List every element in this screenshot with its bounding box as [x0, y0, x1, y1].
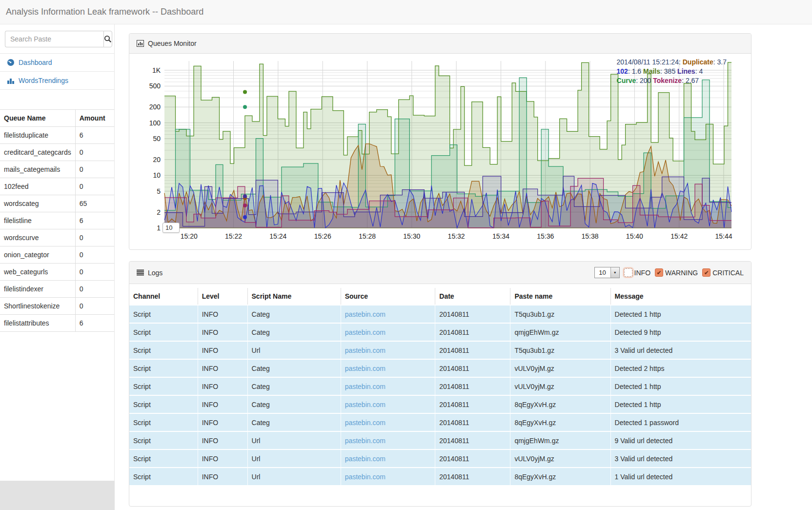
svg-text:15:34: 15:34 — [492, 232, 509, 240]
logs-column-header: Source — [341, 288, 435, 305]
svg-text:500: 500 — [149, 82, 161, 90]
source-link[interactable]: pastebin.com — [345, 419, 386, 427]
queue-name: 102feed — [0, 178, 75, 195]
svg-text:20: 20 — [153, 156, 161, 163]
search-group — [5, 31, 109, 47]
dashboard-icon — [7, 59, 15, 66]
logs-column-header: Script Name — [247, 288, 341, 305]
source-link[interactable]: pastebin.com — [345, 383, 386, 390]
svg-text:15:38: 15:38 — [582, 232, 599, 240]
log-cell: Url — [247, 468, 341, 485]
log-cell-source: pastebin.com — [341, 468, 435, 485]
log-cell: Categ — [247, 413, 341, 431]
log-cell: INFO — [198, 377, 247, 395]
queue-name: filelistduplicate — [0, 127, 75, 144]
log-cell: Categ — [247, 377, 341, 395]
log-cell: INFO — [198, 341, 247, 359]
log-cell: INFO — [198, 413, 247, 431]
search-button[interactable] — [103, 31, 112, 47]
source-link[interactable]: pastebin.com — [345, 310, 386, 318]
bar-chart-icon — [7, 77, 15, 84]
svg-text:5: 5 — [157, 187, 161, 195]
log-cell: INFO — [198, 395, 247, 413]
log-cell: Script — [129, 377, 198, 395]
svg-text:1: 1 — [157, 224, 161, 232]
log-cell: Categ — [247, 359, 341, 377]
queue-row: 102feed0 — [0, 178, 114, 195]
queue-row: filelistindexer0 — [0, 281, 114, 298]
source-link[interactable]: pastebin.com — [345, 347, 386, 354]
list-icon — [137, 269, 144, 276]
queue-amount: 6 — [75, 127, 114, 144]
filter-checkbox-warning[interactable]: ✔WARNING — [655, 268, 698, 277]
log-cell: 20140811 — [435, 395, 510, 413]
log-cell: Categ — [247, 395, 341, 413]
log-cell: 20140811 — [435, 359, 510, 377]
log-cell: Url — [247, 431, 341, 449]
logs-column-header: Message — [610, 288, 751, 305]
source-link[interactable]: pastebin.com — [345, 473, 386, 481]
filter-checkbox-critical[interactable]: ✔CRITICAL — [702, 268, 744, 277]
sidebar-item-label: Dashboard — [19, 59, 52, 66]
search-input[interactable] — [5, 31, 103, 47]
sidebar-item-dashboard[interactable]: Dashboard — [0, 54, 114, 72]
log-row: ScriptINFOUrlpastebin.com201408118qEgyXv… — [129, 468, 751, 485]
queue-row: filelistattributes6 — [0, 315, 114, 332]
dygraph-canvas[interactable]: 15:2015:2215:2415:2615:2815:3015:3215:34… — [134, 56, 746, 243]
queue-row: wordscateg65 — [0, 195, 114, 212]
filter-checkbox-info[interactable]: ✔INFO — [624, 268, 650, 277]
svg-text:200: 200 — [149, 103, 161, 111]
log-cell: Script — [129, 305, 198, 323]
logs-table: ChannelLevelScript NameSourceDatePaste n… — [129, 288, 751, 485]
queue-name: filelistattributes — [0, 315, 75, 332]
queue-row: Shortlinestokenize0 — [0, 298, 114, 315]
log-cell: Detected 9 http — [610, 323, 751, 341]
log-cell: Url — [247, 341, 341, 359]
log-cell: Script — [129, 323, 198, 341]
queue-row: filelistline6 — [0, 212, 114, 229]
queue-amount: 0 — [75, 281, 114, 298]
log-row: ScriptINFOCategpastebin.com20140811vULV0… — [129, 377, 751, 395]
queue-row: mails_categemails0 — [0, 161, 114, 178]
logs-column-header: Channel — [129, 288, 198, 305]
page-title: Analysis Information Leak framework -- D… — [0, 0, 812, 24]
svg-text:15:44: 15:44 — [715, 232, 732, 240]
source-link[interactable]: pastebin.com — [345, 455, 386, 463]
page-size-value: 10 — [595, 267, 610, 278]
log-cell: Categ — [247, 305, 341, 323]
svg-text:15:22: 15:22 — [225, 232, 242, 240]
filter-label: INFO — [634, 269, 650, 277]
source-link[interactable]: pastebin.com — [345, 365, 386, 372]
page-size-select[interactable]: 10 ▼ — [594, 267, 620, 278]
log-cell: 20140811 — [435, 468, 510, 485]
log-cell: T5qu3ub1.gz — [510, 305, 610, 323]
queue-row: filelistduplicate6 — [0, 127, 114, 144]
queue-name: filelistindexer — [0, 281, 75, 298]
source-link[interactable]: pastebin.com — [345, 328, 386, 336]
main-content: Queues Monitor 15:2015:2215:2415:2615:28… — [129, 33, 751, 507]
log-row: ScriptINFOUrlpastebin.com20140811T5qu3ub… — [129, 341, 751, 359]
roll-period-input[interactable] — [162, 223, 180, 233]
svg-text:15:24: 15:24 — [269, 232, 286, 240]
log-cell: Script — [129, 468, 198, 485]
sidebar-item-wordstrendings[interactable]: WordsTrendings — [0, 72, 114, 90]
log-cell-source: pastebin.com — [341, 413, 435, 431]
log-cell: 9 Valid url detected — [610, 431, 751, 449]
svg-text:2: 2 — [157, 208, 161, 216]
log-cell: 20140811 — [435, 449, 510, 468]
source-link[interactable]: pastebin.com — [345, 437, 386, 445]
panel-title: Queues Monitor — [148, 40, 197, 47]
queues-chart[interactable]: 15:2015:2215:2415:2615:2815:3015:3215:34… — [129, 54, 751, 250]
source-link[interactable]: pastebin.com — [345, 401, 386, 408]
log-cell: Detected 1 http — [610, 377, 751, 395]
svg-text:50: 50 — [153, 135, 161, 143]
log-cell: INFO — [198, 468, 247, 485]
log-cell: 20140811 — [435, 323, 510, 341]
chevron-down-icon: ▼ — [610, 267, 619, 278]
queue-amount: 0 — [75, 246, 114, 264]
svg-text:15:20: 15:20 — [181, 232, 198, 240]
search-icon — [104, 35, 112, 43]
log-cell: INFO — [198, 431, 247, 449]
log-row: ScriptINFOCategpastebin.com201408118qEgy… — [129, 413, 751, 431]
log-cell: qmjgEhWm.gz — [510, 431, 610, 449]
